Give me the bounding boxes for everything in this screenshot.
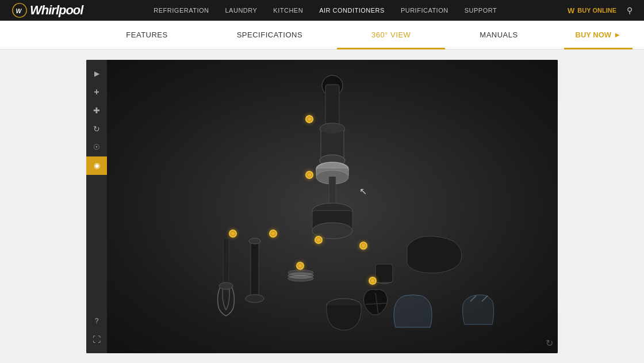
- buy-online-button[interactable]: W BUY ONLINE: [568, 6, 616, 15]
- zoom-out-button[interactable]: ✚: [86, 101, 107, 120]
- brand-name: Whirlpool: [30, 3, 83, 18]
- product-view-area[interactable]: ↖ ↻: [107, 60, 558, 353]
- main-nav-links: REFRIGERATION LAUNDRY KITCHEN AIR CONDIT…: [154, 7, 497, 14]
- search-icon[interactable]: ⚲: [627, 6, 632, 15]
- tab-360-view[interactable]: 360° VIEW: [337, 21, 445, 49]
- nav-kitchen[interactable]: KITCHEN: [273, 7, 303, 14]
- zoom-in-button[interactable]: +: [86, 83, 107, 101]
- rotate-button[interactable]: ↻: [86, 120, 107, 138]
- svg-text:W: W: [16, 8, 22, 14]
- buy-now-arrow-icon: ►: [614, 30, 621, 39]
- svg-point-6: [321, 124, 344, 133]
- nav-refrigeration[interactable]: REFRIGERATION: [154, 7, 209, 14]
- svg-rect-25: [375, 264, 393, 282]
- product-svg: [131, 68, 534, 345]
- nav-purification[interactable]: PURIFICATION: [401, 7, 448, 14]
- svg-point-16: [219, 282, 233, 289]
- nav-support[interactable]: SUPPORT: [465, 7, 497, 14]
- whirlpool-w-icon: W: [568, 6, 574, 15]
- 360-view-container: ▶ + ✚ ↻ ☉ ◉ ? ⛶: [86, 60, 558, 353]
- svg-point-21: [288, 270, 313, 276]
- svg-point-18: [249, 238, 260, 244]
- buy-now-button[interactable]: BUY NOW ►: [564, 21, 632, 49]
- hotspot-6[interactable]: [359, 242, 367, 250]
- toolbar-bottom: ? ⛶: [86, 312, 107, 353]
- svg-rect-17: [251, 241, 259, 299]
- hotspot-8[interactable]: [369, 277, 377, 285]
- top-navigation: W Whirlpool REFRIGERATION LAUNDRY KITCHE…: [0, 0, 644, 21]
- settings-button[interactable]: ◉: [86, 156, 107, 175]
- buy-online-label: BUY ONLINE: [577, 7, 616, 14]
- hotspot-3[interactable]: [229, 230, 237, 238]
- nav-right-section: W BUY ONLINE ⚲: [568, 6, 632, 15]
- tab-specifications[interactable]: SPECIFICATIONS: [202, 21, 337, 49]
- sub-navigation: FEATURES SPECIFICATIONS 360° VIEW MANUAL…: [0, 21, 644, 49]
- sub-nav-tabs: FEATURES SPECIFICATIONS 360° VIEW MANUAL…: [0, 21, 644, 49]
- svg-point-22: [288, 276, 313, 281]
- help-button[interactable]: ?: [86, 312, 107, 330]
- hotspot-5[interactable]: [315, 236, 323, 244]
- tab-features[interactable]: FEATURES: [91, 21, 202, 49]
- main-content-area: ▶ + ✚ ↻ ☉ ◉ ? ⛶: [0, 49, 644, 363]
- tab-manuals[interactable]: MANUALS: [445, 21, 552, 49]
- refresh-icon[interactable]: ↻: [546, 338, 553, 349]
- svg-point-19: [246, 295, 264, 303]
- fullscreen-button[interactable]: ⛶: [86, 330, 107, 349]
- brand-logo[interactable]: W Whirlpool: [12, 2, 83, 18]
- play-button[interactable]: ▶: [86, 64, 107, 83]
- viewer-toolbar: ▶ + ✚ ↻ ☉ ◉ ? ⛶: [86, 60, 107, 353]
- nav-air-conditioners[interactable]: AIR CONDITIONERS: [319, 7, 385, 14]
- eye-button[interactable]: ☉: [86, 138, 107, 156]
- nav-laundry[interactable]: LAUNDRY: [225, 7, 257, 14]
